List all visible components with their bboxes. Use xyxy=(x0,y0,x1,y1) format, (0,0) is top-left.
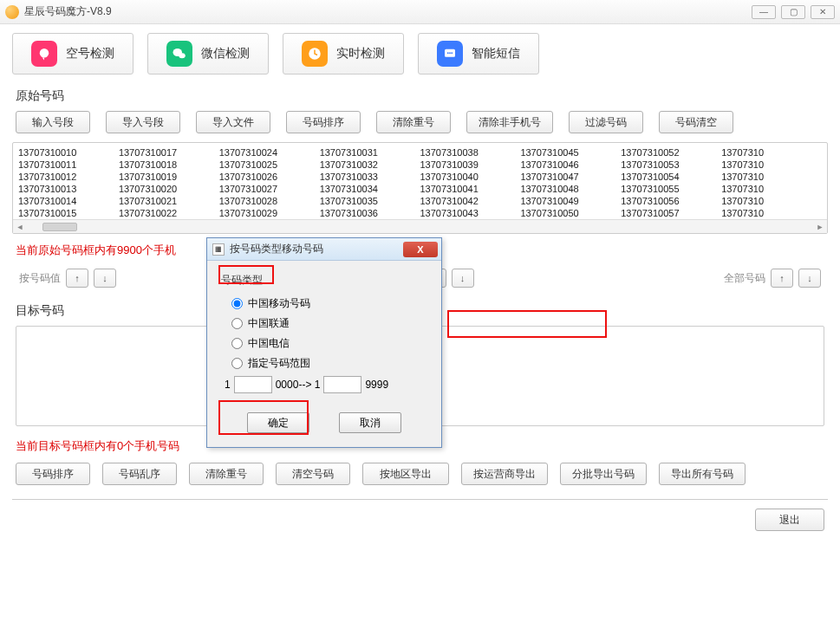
range-row: 1 0000--> 1 9999 xyxy=(225,376,427,393)
source-number-box: 1370731001013707310017137073100241370731… xyxy=(12,142,828,234)
target-button-6[interactable]: 分批导出号码 xyxy=(560,463,647,485)
number-cell: 13707310024 xyxy=(219,146,320,159)
source-button-2[interactable]: 导入文件 xyxy=(196,111,270,133)
number-cell: 13707310033 xyxy=(320,171,420,183)
by-type-down-button[interactable]: ↓ xyxy=(452,269,474,288)
target-button-4[interactable]: 按地区导出 xyxy=(362,463,449,485)
scroll-left-arrow[interactable]: ◄ xyxy=(13,221,27,233)
dialog-title: 按号码类型移动号码 xyxy=(230,242,398,256)
svg-point-7 xyxy=(451,52,453,54)
source-button-7[interactable]: 号码清空 xyxy=(659,111,733,133)
wechat-icon xyxy=(166,41,192,67)
radio-custom-range[interactable]: 指定号码范围 xyxy=(231,356,427,371)
radio-china-unicom-input[interactable] xyxy=(231,318,243,329)
number-cell: 13707310042 xyxy=(420,195,521,207)
target-button-7[interactable]: 导出所有号码 xyxy=(659,463,746,485)
target-button-1[interactable]: 号码乱序 xyxy=(102,463,177,485)
target-button-2[interactable]: 清除重号 xyxy=(189,463,264,485)
number-cell: 13707310019 xyxy=(119,171,219,183)
range-to-input[interactable] xyxy=(323,376,361,393)
dialog-close-button[interactable]: X xyxy=(403,242,438,257)
number-cell: 13707310021 xyxy=(119,195,219,207)
top-button-label: 智能短信 xyxy=(472,46,520,62)
number-cell: 13707310031 xyxy=(320,146,420,159)
number-cell: 13707310048 xyxy=(520,183,621,195)
top-button-2[interactable]: 实时检测 xyxy=(283,33,404,75)
number-cell: 13707310018 xyxy=(119,159,219,171)
app-icon xyxy=(5,5,19,19)
number-cell: 13707310011 xyxy=(18,159,119,171)
radio-china-mobile-input[interactable] xyxy=(231,298,243,309)
target-button-0[interactable]: 号码排序 xyxy=(16,463,90,485)
h-scrollbar[interactable]: ◄ ► xyxy=(13,219,827,233)
number-cell: 13707310010 xyxy=(18,146,119,159)
radio-custom-range-input[interactable] xyxy=(231,358,243,369)
number-cell: 13707310045 xyxy=(520,146,621,159)
target-button-3[interactable]: 清空号码 xyxy=(276,463,350,485)
number-cell: 13707310 xyxy=(721,183,822,195)
range-from-input[interactable] xyxy=(234,376,272,393)
radio-china-telecom[interactable]: 中国电信 xyxy=(231,336,427,351)
move-by-type-dialog: ▦ 按号码类型移动号码 X 号码类型 中国移动号码 中国联通 中国电信 指定号码… xyxy=(206,237,442,448)
top-button-1[interactable]: 微信检测 xyxy=(147,33,269,75)
svg-point-0 xyxy=(40,49,49,58)
titlebar: 星辰号码魔方-V8.9 — ▢ ✕ xyxy=(0,0,840,24)
number-cell: 13707310014 xyxy=(18,195,119,207)
source-button-3[interactable]: 号码排序 xyxy=(286,111,361,133)
window-title: 星辰号码魔方-V8.9 xyxy=(24,4,752,19)
number-cell: 13707310057 xyxy=(621,207,721,219)
top-button-0[interactable]: 空号检测 xyxy=(12,33,133,75)
number-cell: 13707310022 xyxy=(119,207,219,219)
number-cell: 13707310036 xyxy=(320,207,420,219)
dialog-ok-button[interactable]: 确定 xyxy=(247,412,309,433)
range-mid: 0000--> 1 xyxy=(276,379,321,391)
source-button-1[interactable]: 导入号段 xyxy=(106,111,180,133)
number-cell: 13707310029 xyxy=(219,207,320,219)
top-button-label: 空号检测 xyxy=(66,46,114,62)
number-cell: 13707310047 xyxy=(520,171,621,183)
sms-icon xyxy=(437,41,463,67)
maximize-button[interactable]: ▢ xyxy=(781,5,805,19)
source-button-0[interactable]: 输入号段 xyxy=(16,111,90,133)
all-label: 全部号码 xyxy=(724,271,765,286)
window-controls: — ▢ ✕ xyxy=(752,5,835,19)
source-button-4[interactable]: 清除重号 xyxy=(376,111,451,133)
radio-group: 中国移动号码 中国联通 中国电信 指定号码范围 xyxy=(231,296,427,371)
source-section-title: 原始号码 xyxy=(16,88,828,104)
number-cell: 13707310 xyxy=(721,171,822,183)
number-cell: 13707310015 xyxy=(18,207,119,219)
number-cell: 13707310053 xyxy=(621,159,721,171)
top-button-3[interactable]: 智能短信 xyxy=(418,33,539,75)
target-button-5[interactable]: 按运营商导出 xyxy=(461,463,548,485)
number-cell: 13707310043 xyxy=(420,207,521,219)
svg-point-2 xyxy=(179,53,186,58)
number-cell: 13707310038 xyxy=(420,146,521,159)
close-button[interactable]: ✕ xyxy=(811,5,835,19)
number-cell: 13707310035 xyxy=(320,195,420,207)
radio-china-mobile[interactable]: 中国移动号码 xyxy=(231,296,427,311)
number-cell: 13707310013 xyxy=(18,183,119,195)
exit-button[interactable]: 退出 xyxy=(755,509,824,531)
all-up-button[interactable]: ↑ xyxy=(771,269,793,288)
all-group: 全部号码 ↑ ↓ xyxy=(724,269,821,288)
by-value-down-button[interactable]: ↓ xyxy=(94,269,116,288)
number-cell: 13707310026 xyxy=(219,171,320,183)
range-pre1: 1 xyxy=(225,379,231,391)
number-cell: 13707310 xyxy=(721,146,822,159)
dialog-titlebar[interactable]: ▦ 按号码类型移动号码 X xyxy=(207,238,441,261)
number-cell: 13707310039 xyxy=(420,159,521,171)
dialog-cancel-button[interactable]: 取消 xyxy=(339,412,401,433)
source-button-6[interactable]: 过滤号码 xyxy=(569,111,643,133)
bubble-icon xyxy=(31,41,57,67)
radio-china-unicom[interactable]: 中国联通 xyxy=(231,316,427,331)
number-cell: 13707310 xyxy=(721,159,822,171)
number-cell: 13707310028 xyxy=(219,195,320,207)
radio-china-telecom-input[interactable] xyxy=(231,338,243,349)
all-down-button[interactable]: ↓ xyxy=(798,269,821,288)
by-value-up-button[interactable]: ↑ xyxy=(66,269,88,288)
minimize-button[interactable]: — xyxy=(752,5,776,19)
source-button-5[interactable]: 清除非手机号 xyxy=(466,111,553,133)
scroll-right-arrow[interactable]: ► xyxy=(813,221,827,233)
scroll-thumb[interactable] xyxy=(42,223,77,231)
top-button-row: 空号检测微信检测实时检测智能短信 xyxy=(12,33,828,75)
